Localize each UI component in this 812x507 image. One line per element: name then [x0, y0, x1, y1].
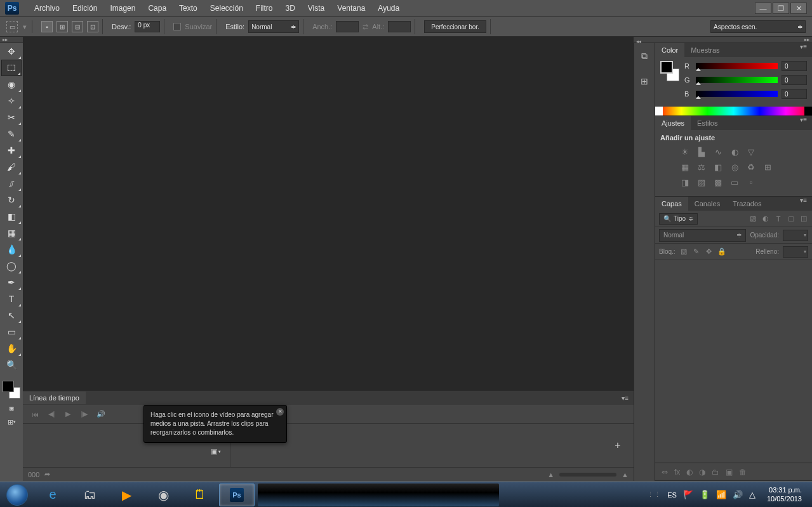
tab-ajustes[interactable]: Ajustes	[655, 116, 691, 130]
wand-tool-icon[interactable]: ✧	[1, 93, 22, 109]
zoom-tool-icon[interactable]: 🔍	[1, 357, 22, 373]
taskbar-photoshop-icon[interactable]: Ps	[219, 484, 255, 506]
layers-panel-menu-icon[interactable]: ▾≡	[795, 197, 812, 211]
photo-filter-icon[interactable]: ◎	[729, 162, 740, 172]
dock-expander[interactable]: ◂◂	[634, 37, 655, 43]
history-panel-icon[interactable]: ⧉	[636, 47, 653, 65]
balance-icon[interactable]: ⚖	[696, 162, 707, 172]
language-indicator[interactable]: ES	[667, 491, 677, 499]
b-value-input[interactable]: 0	[782, 89, 807, 99]
color-panel-menu-icon[interactable]: ▾≡	[795, 43, 812, 57]
menu-3d[interactable]: 3D	[279, 0, 301, 17]
lock-move-icon[interactable]: ✥	[705, 247, 714, 256]
menu-filtro[interactable]: Filtro	[250, 0, 279, 17]
selection-subtract-icon[interactable]: ⊟	[72, 21, 83, 32]
menu-ventana[interactable]: Ventana	[331, 0, 371, 17]
menu-capa[interactable]: Capa	[142, 0, 173, 17]
close-button[interactable]: ✕	[790, 3, 807, 14]
blur-tool-icon[interactable]: 💧	[1, 241, 22, 258]
taskbar-preview[interactable]	[258, 484, 499, 506]
filter-type-icon[interactable]: T	[774, 214, 783, 223]
g-slider[interactable]	[696, 77, 778, 83]
tray-sync-icon[interactable]: △	[749, 490, 755, 499]
invert-icon[interactable]: ◨	[679, 177, 691, 187]
taskbar-ie-icon[interactable]: e	[35, 484, 70, 506]
crop-tool-icon[interactable]: ✂	[1, 109, 22, 126]
menu-edicion[interactable]: Edición	[66, 0, 103, 17]
stamp-tool-icon[interactable]: ⎎	[1, 175, 22, 192]
timeline-prev-icon[interactable]: ◀|	[46, 409, 57, 420]
tray-volume-icon[interactable]: 🔊	[733, 490, 743, 499]
timeline-play-icon[interactable]: ▶	[62, 409, 74, 420]
tab-trazados[interactable]: Trazados	[726, 197, 768, 211]
gradient-tool-icon[interactable]: ▦	[1, 225, 22, 241]
canvas[interactable]	[23, 37, 634, 390]
add-track-icon[interactable]: +	[611, 438, 625, 452]
taskbar-explorer-icon[interactable]: 🗂	[72, 484, 107, 506]
curves-icon[interactable]: ∿	[712, 147, 724, 157]
tray-network-icon[interactable]: 📶	[716, 490, 726, 499]
eyedropper-tool-icon[interactable]: ✎	[1, 126, 22, 142]
tray-battery-icon[interactable]: 🔋	[700, 490, 710, 499]
tab-estilos[interactable]: Estilos	[691, 116, 724, 130]
pen-tool-icon[interactable]: ✒	[1, 274, 22, 291]
color-swatches[interactable]	[3, 381, 20, 398]
style-select[interactable]: Normal≑	[248, 20, 299, 33]
zoom-in-icon[interactable]: ▲	[622, 471, 629, 478]
properties-panel-icon[interactable]: ⊞	[636, 72, 653, 90]
start-button[interactable]	[0, 482, 34, 508]
layer-mask-icon[interactable]: ◐	[686, 468, 693, 477]
foreground-swatch[interactable]	[3, 381, 14, 392]
panel-menu-icon[interactable]: ▾≡	[616, 395, 634, 402]
lookup-icon[interactable]: ⊞	[762, 162, 773, 172]
tray-grip-icon[interactable]: ⋮⋮	[647, 491, 661, 499]
marquee-tool-icon[interactable]: ▭	[6, 21, 18, 32]
tooltip-close-icon[interactable]: ✕	[276, 408, 284, 416]
menu-ayuda[interactable]: Ayuda	[371, 0, 406, 17]
taskbar-chrome-icon[interactable]: ◉	[145, 484, 181, 506]
new-fill-icon[interactable]: ◑	[699, 468, 705, 477]
menu-vista[interactable]: Vista	[302, 0, 331, 17]
color-swatches-panel[interactable]	[660, 61, 679, 81]
type-tool-icon[interactable]: T	[1, 291, 22, 307]
workspace-select[interactable]: Aspectos esen.≑	[710, 20, 806, 33]
dodge-tool-icon[interactable]: ◯	[1, 258, 22, 274]
panel-foreground-swatch[interactable]	[660, 61, 673, 74]
feather-input[interactable]: 0 px	[135, 21, 160, 32]
vibrance-icon[interactable]: ▽	[745, 147, 757, 157]
blend-mode-select[interactable]: Normal≑	[659, 229, 746, 242]
marquee-tool-icon[interactable]	[1, 60, 22, 76]
maximize-button[interactable]: ❐	[773, 3, 789, 14]
shape-tool-icon[interactable]: ▭	[1, 324, 22, 340]
menu-archivo[interactable]: Archivo	[28, 0, 66, 17]
brush-tool-icon[interactable]: 🖌	[1, 159, 22, 175]
quickmask-icon[interactable]: ◙	[3, 402, 20, 414]
lock-pos-icon[interactable]: ✎	[692, 247, 701, 256]
tab-capas[interactable]: Capas	[655, 197, 688, 211]
tab-muestras[interactable]: Muestras	[684, 43, 726, 57]
move-tool-icon[interactable]: ✥	[1, 43, 22, 60]
brightness-icon[interactable]: ☀	[679, 147, 691, 157]
hand-tool-icon[interactable]: ✋	[1, 340, 22, 357]
layer-filter-type[interactable]: 🔍 Tipo ≑	[659, 213, 698, 225]
menu-texto[interactable]: Texto	[173, 0, 204, 17]
zoom-out-icon[interactable]: ▲	[547, 471, 554, 478]
new-layer-icon[interactable]: ▣	[726, 468, 733, 477]
levels-icon[interactable]: ▙	[696, 147, 707, 157]
exposure-icon[interactable]: ◐	[729, 147, 740, 157]
lasso-tool-icon[interactable]: ◉	[1, 76, 22, 93]
panels-expander[interactable]: ▸▸	[655, 37, 812, 43]
menu-seleccion[interactable]: Selección	[204, 0, 250, 17]
bw-icon[interactable]: ◧	[712, 162, 724, 172]
selection-intersect-icon[interactable]: ⊡	[87, 21, 98, 32]
timeline-convert-icon[interactable]: ➦	[44, 470, 50, 478]
timeline-first-icon[interactable]: ⏮	[29, 409, 41, 420]
minimize-button[interactable]: —	[755, 3, 771, 14]
g-value-input[interactable]: 0	[782, 75, 807, 85]
selective-icon[interactable]: ▫	[745, 177, 757, 187]
filter-adjust-icon[interactable]: ◐	[761, 214, 770, 223]
tab-color[interactable]: Color	[655, 43, 684, 57]
antialias-checkbox[interactable]	[173, 23, 181, 30]
selection-add-icon[interactable]: ⊞	[57, 21, 68, 32]
timeline-zoom-slider[interactable]	[559, 473, 616, 477]
